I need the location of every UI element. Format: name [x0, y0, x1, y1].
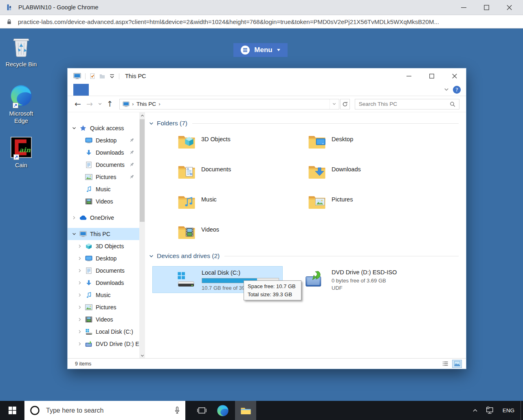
taskbar-search-input[interactable] — [46, 407, 174, 414]
breadcrumb-separator: › — [158, 101, 160, 107]
desktop-icon-recycle-bin[interactable]: Recycle Bin — [0, 33, 42, 68]
forward-button[interactable]: → — [86, 100, 93, 108]
desktop-icon-cain[interactable]: ain Cain — [0, 134, 42, 169]
nav-item-local-disk-c[interactable]: Local Disk (C:) — [68, 326, 139, 338]
breadcrumb[interactable]: This PC — [136, 101, 156, 107]
refresh-button[interactable] — [340, 99, 350, 109]
expander-icon[interactable] — [71, 126, 77, 130]
drive-tile-dvd-drive-d-esd-iso[interactable]: DVD Drive (D:) ESD-ISO 0 bytes free of 3… — [283, 266, 413, 293]
folders-group-header[interactable]: Folders (7) — [149, 119, 463, 128]
shortcut-arrow-icon — [13, 154, 19, 160]
chrome-minimize-button[interactable] — [459, 3, 468, 11]
start-button[interactable] — [0, 401, 24, 420]
explorer-maximize-button[interactable] — [420, 68, 443, 84]
menu-button-label: Menu — [254, 46, 272, 54]
scroll-up-icon[interactable] — [139, 113, 145, 119]
scroll-down-icon[interactable] — [139, 352, 145, 359]
nav-item-documents[interactable]: Documents — [68, 265, 139, 277]
tooltip-line: Total size: 39.3 GB — [248, 291, 297, 299]
nav-item-videos[interactable]: Videos — [68, 195, 139, 208]
drives-group-header[interactable]: Devices and drives (2) — [149, 252, 463, 260]
scrollbar-thumb[interactable] — [140, 119, 145, 222]
explorer-search-box[interactable] — [355, 99, 459, 109]
nav-item-documents[interactable]: Documents — [68, 159, 139, 171]
nav-item-music[interactable]: Music — [68, 289, 139, 301]
details-view-icon[interactable] — [440, 360, 450, 368]
large-icons-view-icon[interactable] — [452, 360, 462, 368]
nav-item-desktop[interactable]: Desktop — [68, 252, 139, 265]
expander-icon[interactable] — [77, 281, 83, 285]
chrome-maximize-button[interactable] — [482, 3, 490, 11]
explorer-search-input[interactable] — [359, 101, 450, 107]
nav-item-pictures[interactable]: Pictures — [68, 301, 139, 313]
document-icon — [85, 267, 93, 274]
folder-tile-pictures[interactable]: Pictures — [283, 193, 413, 217]
nav-item-downloads[interactable]: Downloads — [68, 147, 139, 159]
desktop-icon-microsoft-edge[interactable]: Microsoft Edge — [0, 83, 42, 125]
back-button[interactable]: ← — [75, 100, 81, 108]
folder-tile-downloads[interactable]: Downloads — [283, 163, 413, 187]
tab-view[interactable] — [104, 84, 120, 96]
menu-button[interactable]: Menu — [233, 43, 288, 57]
folder-music-icon — [178, 194, 196, 210]
show-desktop-button[interactable] — [521, 401, 523, 420]
url-text[interactable]: practice-labs.com/device-advanced.aspx?c… — [18, 18, 439, 25]
expander-icon[interactable] — [77, 330, 83, 334]
nav-item-3d-objects[interactable]: 3D Objects — [68, 240, 139, 252]
tab-file[interactable] — [73, 84, 89, 96]
recent-locations-icon[interactable] — [98, 102, 102, 106]
chrome-close-button[interactable] — [505, 3, 513, 11]
remote-desktop: Recycle Bin Microsoft Edge ain Cain Menu… — [0, 28, 523, 401]
expander-icon[interactable] — [71, 216, 77, 220]
nav-item-label: Pictures — [96, 304, 116, 311]
address-bar[interactable]: › This PC › — [119, 99, 339, 109]
customize-qat-icon[interactable] — [109, 73, 115, 79]
expander-icon[interactable] — [77, 342, 83, 346]
drives-group-title: Devices and drives (2) — [157, 252, 220, 260]
disk-space-tooltip: Space free: 10.7 GB Total size: 39.3 GB — [244, 280, 301, 300]
nav-item-this-pc[interactable]: This PC — [68, 228, 139, 240]
folder-tile-3d-objects[interactable]: 3D Objects — [152, 133, 283, 157]
explorer-close-button[interactable] — [443, 68, 466, 84]
nav-scrollbar[interactable] — [139, 112, 145, 359]
expander-icon[interactable] — [77, 269, 83, 273]
nav-item-onedrive[interactable]: OneDrive — [68, 212, 139, 224]
file-explorer-taskbar-button[interactable] — [235, 401, 256, 420]
taskbar-search-box[interactable] — [24, 401, 185, 420]
folder-tile-music[interactable]: Music — [152, 193, 283, 217]
music-icon — [85, 186, 93, 192]
up-button[interactable]: ↑ — [107, 100, 113, 108]
tab-computer[interactable] — [89, 84, 104, 96]
expander-icon[interactable] — [77, 317, 83, 322]
nav-item-music[interactable]: Music — [68, 183, 139, 195]
nav-item-quick-access[interactable]: Quick access — [68, 122, 139, 134]
address-dropdown-icon[interactable] — [330, 99, 339, 109]
nav-item-desktop[interactable]: Desktop — [68, 134, 139, 147]
folder-tile-desktop[interactable]: Desktop — [283, 133, 413, 157]
nav-item-dvd-drive-d-esd-iso[interactable]: DVD Drive (D:) ESD-ISO — [68, 338, 139, 350]
explorer-main: Quick access Desktop Downloads — [68, 112, 466, 359]
explorer-minimize-button[interactable] — [398, 68, 420, 84]
edge-taskbar-button[interactable] — [212, 401, 233, 420]
expander-icon[interactable] — [77, 256, 83, 260]
folder-tile-videos[interactable]: Videos — [152, 223, 283, 247]
tray-expand-icon[interactable] — [472, 409, 478, 412]
ribbon-collapse-icon[interactable] — [444, 87, 449, 92]
nav-item-pictures[interactable]: Pictures — [68, 171, 139, 183]
folder-tile-documents[interactable]: A Documents — [152, 163, 283, 187]
expander-icon[interactable] — [71, 232, 77, 236]
help-icon[interactable]: ? — [453, 85, 461, 94]
qat-properties-icon[interactable] — [90, 73, 95, 79]
nav-item-videos[interactable]: Videos — [68, 313, 139, 326]
task-view-button[interactable] — [191, 401, 212, 420]
expander-icon[interactable] — [77, 305, 83, 309]
nav-item-downloads[interactable]: Downloads — [68, 277, 139, 289]
network-icon[interactable] — [486, 407, 495, 414]
language-indicator[interactable]: ENG — [503, 407, 514, 413]
chevron-down-icon — [149, 254, 154, 258]
microphone-icon[interactable] — [174, 406, 180, 415]
expander-icon[interactable] — [77, 293, 83, 297]
qat-new-folder-icon[interactable] — [99, 73, 105, 79]
nav-item-label: DVD Drive (D:) ESD-ISO — [96, 341, 139, 347]
expander-icon[interactable] — [77, 244, 83, 248]
